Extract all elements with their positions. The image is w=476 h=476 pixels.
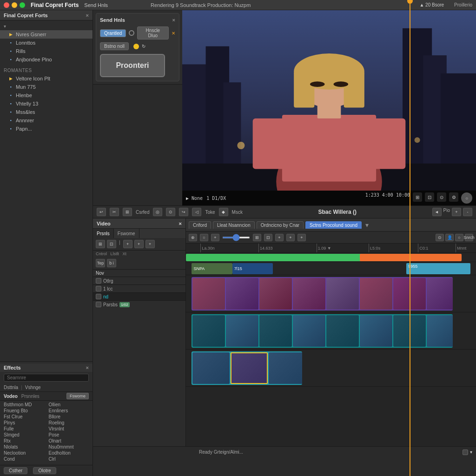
- vfx-tab-fswome[interactable]: Fswome: [114, 229, 139, 238]
- fx-fst[interactable]: Fst Clrue: [2, 414, 46, 420]
- undo-icon[interactable]: ↩: [97, 208, 106, 216]
- zoom-icon[interactable]: ⊙: [437, 192, 446, 202]
- bstno-btn[interactable]: Bstno noll: [100, 42, 129, 50]
- csther-button[interactable]: Csther: [4, 467, 27, 474]
- settings-icon[interactable]: ⚙: [449, 192, 458, 202]
- vfx-btn-1[interactable]: ⊞: [96, 240, 105, 248]
- filter-dsttnla[interactable]: Dsttnla: [4, 385, 18, 390]
- tc-btn-8[interactable]: +: [298, 234, 306, 241]
- fx-ennliners[interactable]: Ennliners: [47, 408, 91, 414]
- clip-7l15[interactable]: 7l15: [232, 263, 273, 274]
- cut-icon[interactable]: ✂: [110, 208, 119, 216]
- close-button[interactable]: [4, 2, 9, 8]
- window-controls[interactable]: [4, 2, 25, 8]
- effects-search[interactable]: [4, 374, 89, 382]
- maximize-button[interactable]: [20, 2, 25, 8]
- fx-bstthmon[interactable]: Bstthmon MD: [2, 402, 46, 408]
- zoom-icon-tl[interactable]: ◎: [153, 208, 162, 216]
- tab-lleat[interactable]: Lleat Nsanncion: [213, 221, 255, 229]
- tab-dropdown-icon[interactable]: ▾: [365, 221, 369, 229]
- send-menu[interactable]: Send Hnls: [84, 2, 108, 8]
- tab-ordncicno[interactable]: Ordncicno by Cnar: [257, 221, 304, 229]
- fx-fnueng[interactable]: Fnueng Bto: [2, 408, 46, 414]
- fx-clrl[interactable]: Clrl: [47, 456, 91, 462]
- lib-item-papn[interactable]: ▪ Papn...: [0, 125, 93, 133]
- purple-clip-strip[interactable]: [192, 277, 453, 311]
- bottom-checkbox[interactable]: [463, 450, 468, 455]
- play-back-icon[interactable]: ◄: [432, 208, 442, 216]
- vfx-tep-btn[interactable]: Tep: [96, 259, 105, 267]
- fx-nlolats[interactable]: Nlolats: [2, 444, 46, 450]
- track-check-1[interactable]: [96, 278, 101, 284]
- tc-btn-1[interactable]: ⊕: [189, 234, 197, 241]
- bottom-dropdown[interactable]: ▾: [470, 450, 472, 455]
- zoom-slider[interactable]: [222, 237, 250, 238]
- tc-clock-icon[interactable]: ○: [455, 234, 463, 241]
- fx-plnys[interactable]: Plnys: [2, 420, 46, 426]
- lib-item-hlenbe[interactable]: ▪ Hlenbe: [0, 91, 93, 99]
- clip-snpa[interactable]: SNPA: [192, 263, 232, 274]
- lib-item-veltore[interactable]: ▶ Veltore Icon Plt: [0, 74, 93, 83]
- redo-icon[interactable]: ↪: [179, 208, 188, 216]
- tc-btn-7[interactable]: +: [286, 234, 295, 241]
- grid-view-icon[interactable]: ⊞: [413, 192, 422, 202]
- fx-olnart[interactable]: Olnart: [47, 438, 91, 444]
- tc-btn-6[interactable]: +: [275, 234, 284, 241]
- library-close[interactable]: ×: [86, 13, 89, 18]
- clip-orange-top[interactable]: [360, 254, 461, 261]
- tc-settings-icon[interactable]: ⊙: [436, 234, 444, 241]
- fx-ollien[interactable]: Ollien: [47, 402, 91, 408]
- lib-item-lonnttos[interactable]: ▪ Lonnttos: [0, 39, 93, 47]
- tc-btn-4[interactable]: ⊞: [253, 234, 261, 241]
- qrantled-btn[interactable]: Qrantled: [100, 29, 126, 37]
- settings-tl-icon[interactable]: ⊙: [166, 208, 175, 216]
- tab-sctns[interactable]: Sctns Procolund sound: [305, 221, 362, 229]
- lib-item-mssles[interactable]: ▪ Mss&les: [0, 108, 93, 116]
- fx-slmged[interactable]: Slmged: [2, 432, 46, 438]
- prev-icon[interactable]: ◁: [192, 208, 201, 216]
- fx-pose[interactable]: Pose: [47, 432, 91, 438]
- fx-vlrsnlnt[interactable]: Vlrsnlnt: [47, 426, 91, 432]
- tc-btn-5[interactable]: ⊡: [264, 234, 272, 241]
- lib-item-rills[interactable]: ▪ Rills: [0, 47, 93, 55]
- vfx-btn-2[interactable]: ⊡: [107, 240, 116, 248]
- lib-item-annnrer[interactable]: ▪ Annnrer: [0, 116, 93, 125]
- vfx-btn-4[interactable]: +: [134, 240, 144, 248]
- parsbs-clip-strip[interactable]: [192, 351, 302, 385]
- zoom-out-icon[interactable]: -: [463, 208, 472, 216]
- vfx-tab-prsnls[interactable]: Prsnls: [93, 229, 114, 238]
- radio-1[interactable]: [129, 30, 134, 36]
- mark-icon[interactable]: ◆: [219, 208, 228, 216]
- lib-item-vhtelly[interactable]: ▪ Vhtelly 13: [0, 99, 93, 108]
- tab-criford[interactable]: Criford: [189, 221, 211, 229]
- compare-icon[interactable]: ⊡: [425, 192, 434, 202]
- teal-clip-strip[interactable]: [192, 314, 453, 348]
- clip-teal-right[interactable]: 9955: [406, 263, 470, 274]
- fx-rtx[interactable]: Rtx: [2, 438, 46, 444]
- filter-vshnge[interactable]: Vshnge: [25, 385, 41, 390]
- fx-nsu0mnmnt[interactable]: Nsu0mnmnt: [47, 444, 91, 450]
- olotre-button[interactable]: Olotre: [33, 467, 56, 474]
- lib-item-mun[interactable]: ▪ Mun 775: [0, 83, 93, 91]
- fullscreen-icon[interactable]: ○: [461, 192, 472, 204]
- track-check-3[interactable]: [96, 294, 101, 299]
- track-check-4[interactable]: [96, 302, 101, 307]
- lib-item-nvres[interactable]: ▶ Nvres Gsnerr: [0, 30, 93, 39]
- fswome-btn[interactable]: Fswome: [66, 393, 89, 399]
- vfx-btn-3[interactable]: +: [123, 240, 132, 248]
- fx-neclootion[interactable]: Neclootion: [2, 450, 46, 456]
- vfx-bi-btn[interactable]: b i: [107, 259, 116, 267]
- hnscle-btn[interactable]: Hnscle Dluo: [137, 26, 169, 40]
- vfx-close-icon[interactable]: ×: [179, 221, 182, 226]
- refresh-icon[interactable]: ↻: [142, 44, 145, 49]
- copy-icon[interactable]: ⊞: [123, 208, 132, 216]
- track-check-2[interactable]: [96, 286, 101, 291]
- fx-roeling[interactable]: Roeling: [47, 420, 91, 426]
- tc-user-icon[interactable]: 👤: [445, 234, 454, 241]
- fx-bllore[interactable]: Bllore: [47, 414, 91, 420]
- fx-cond[interactable]: Cond: [2, 456, 46, 462]
- effects-close-icon[interactable]: ×: [86, 365, 89, 370]
- fx-fulle[interactable]: Fulle: [2, 426, 46, 432]
- vfx-btn-5[interactable]: +: [145, 240, 155, 248]
- dialog-close-icon[interactable]: ×: [172, 17, 175, 23]
